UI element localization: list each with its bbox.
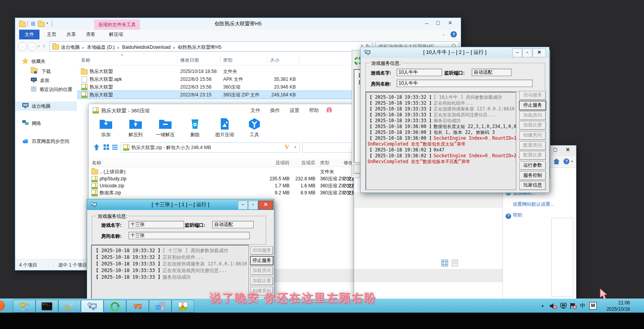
sidebar-item-favorites[interactable]: 收藏夹 [22, 57, 45, 66]
column-header-type[interactable]: 类型 [223, 55, 233, 65]
archive-search-box[interactable] [302, 142, 354, 153]
column-header-type[interactable]: 类型 [320, 159, 329, 167]
breadcrumb-item[interactable]: 创胜熟乐大联盟带H5 [178, 44, 221, 50]
load-match-button[interactable]: 加载比赛 [250, 277, 273, 285]
toolbar-dropdown-icon[interactable]: ▾ [571, 160, 573, 163]
menu-file[interactable]: 文件 [250, 107, 260, 114]
gift-icon[interactable] [326, 107, 332, 113]
tab-file[interactable]: 文件 [19, 30, 39, 39]
ime-mode-indicator[interactable]: M [589, 302, 597, 309]
tab-view[interactable]: 查看 [82, 30, 100, 39]
close-button[interactable]: ✕ [562, 147, 573, 153]
close-button[interactable]: ✕ [533, 48, 546, 57]
ribbon-collapse-icon[interactable]: ⌄ [442, 32, 445, 36]
player-info-button[interactable]: 玩家信息 [519, 181, 546, 190]
iis-link-site-defaults[interactable]: 设置网站默认设置... [506, 200, 554, 208]
service-control-button[interactable]: 服务控制 [519, 171, 546, 180]
sidebar-item-baidu-netdisk[interactable]: 百度网盘同步空间 [22, 137, 69, 146]
home-icon[interactable] [553, 158, 560, 164]
zip-row[interactable]: 数据库.zip 9.2 MB 8.9 MB 360压缩 ZIP 文件 2021-… [89, 189, 356, 196]
help-icon[interactable]: ? [451, 31, 457, 37]
stop-service-button[interactable]: 停止服务 [250, 256, 273, 265]
log-time: 【 2025-10-18 19:36:00 】 [368, 135, 433, 141]
history-dropdown-icon[interactable]: ▾ [38, 44, 39, 48]
menu-action[interactable]: 操作 [270, 107, 280, 114]
tab-home[interactable]: 主页 [43, 30, 61, 39]
toolbar-add-button[interactable]: 添加 [93, 117, 118, 138]
load-match-button[interactable]: 加载比赛 [519, 121, 546, 130]
close-button[interactable]: ✕ [258, 201, 273, 210]
toolbar-extract-to-button[interactable]: 解压到 [123, 117, 148, 138]
back-button[interactable]: ← [18, 42, 27, 51]
sidebar-item-recent[interactable]: 最近访问的位置 [31, 85, 72, 94]
breadcrumb-item[interactable]: BaiduNetdiskDownload [122, 44, 170, 50]
menu-settings[interactable]: 设置 [290, 107, 299, 114]
maximize-button[interactable]: ▫ [522, 48, 532, 57]
maximize-button[interactable]: ▢ [433, 20, 443, 25]
stop-service-button[interactable]: 停止服务 [519, 101, 546, 110]
sidebar-item-this-pc[interactable]: 这台电脑 [22, 102, 50, 110]
zip-row[interactable]: Unicode.zip 1.7 MB 1.6 MB 360压缩 ZIP 文件 2… [89, 182, 356, 189]
room-name-input[interactable] [129, 232, 250, 239]
create-room-button[interactable]: 创建房间 [519, 131, 546, 140]
file-row-selected[interactable]: 熟乐大联盟 2022/6/4 23:15 360压缩 ZIP 文件 249,16… [78, 91, 375, 99]
file-row[interactable]: 熟乐大联盟.apk 2022/6/3 15:56 APK 文件 35,381 K… [78, 75, 375, 83]
features-view-icon[interactable] [441, 260, 448, 267]
listen-port-input[interactable] [472, 69, 512, 76]
toolbar-image-compress-button[interactable]: 图片压缩 [212, 117, 237, 138]
column-header-before[interactable]: 压缩前 [261, 159, 290, 167]
game-name-input[interactable] [129, 221, 184, 228]
column-header-size[interactable]: 大小 [270, 55, 279, 65]
toolbar-delete-button[interactable]: 删除 [182, 117, 208, 138]
run-params-button[interactable]: 运行参数 [519, 161, 546, 170]
tab-share[interactable]: 共享 [62, 30, 80, 39]
iis-link-help[interactable]: ? 帮助 [506, 211, 554, 219]
breadcrumb-item[interactable]: 本地磁盘 (D:) [87, 44, 115, 50]
close-button[interactable]: ✕ [444, 20, 456, 26]
maximize-button[interactable]: ▢ [550, 147, 561, 152]
game2-log[interactable]: 【 2025-10-18 19:33:32 】[ 10人牛牛 ] 房间参数加载成… [365, 92, 516, 190]
listen-port-input[interactable] [212, 221, 254, 228]
up-level-icon[interactable] [93, 144, 100, 150]
clock[interactable]: 21:06 2025/10/18 [602, 300, 630, 314]
config-room-button[interactable]: 配置房间 [519, 141, 546, 150]
breadcrumb-item[interactable]: 这台电脑 [61, 44, 80, 50]
toolbar-tools-button[interactable]: 工具 [242, 117, 267, 138]
path-dropdown-icon[interactable]: ▾ [294, 145, 296, 149]
file-row[interactable]: 熟乐大联盟 2025/10/18 18:58 文件夹 [78, 68, 375, 75]
column-header-name[interactable]: 名称 [92, 159, 101, 167]
file-row[interactable]: 熟乐大联盟 2022/6/3 15:56 360压缩 20,946 KB [78, 83, 375, 91]
sidebar-item-downloads[interactable]: 下载 [31, 67, 51, 76]
view-list-icon[interactable] [112, 144, 118, 150]
archive-path-box[interactable]: 熟乐大联盟.zip - 解包大小为 246.4 MB V ▾ [121, 142, 300, 153]
column-header-date[interactable]: 修改日期 [180, 55, 199, 65]
zip-row[interactable]: phpStudy.zip 235.5 MB 232.8 MB 360压缩 ZIP… [89, 175, 356, 182]
menu-help[interactable]: 帮助 [309, 107, 319, 114]
column-header-name[interactable]: 名称 [81, 55, 90, 65]
open-folder-icon [158, 117, 172, 130]
breadcrumb[interactable]: 这台电脑▸本地磁盘 (D:)▸BaiduNetdiskDownload▸创胜熟乐… [50, 41, 372, 52]
toolbar-one-click-extract-button[interactable]: 一键解压 [153, 117, 178, 138]
zip-row[interactable]: .. (上级目录) 文件夹 [89, 168, 356, 175]
minimize-button[interactable]: – [238, 201, 248, 210]
view-grid-icon[interactable] [104, 144, 109, 150]
sidebar-item-desktop[interactable]: 桌面 [31, 76, 49, 85]
tab-extract[interactable]: 解压缩 [104, 30, 129, 39]
minimize-button[interactable]: – [512, 48, 522, 57]
content-view-icon[interactable] [452, 260, 458, 267]
maximize-button[interactable]: ▫ [248, 201, 258, 210]
start-service-button[interactable]: 启动服务 [519, 91, 546, 100]
sidebar-item-network[interactable]: 网络 [22, 119, 41, 128]
help-icon[interactable]: ? [564, 158, 569, 164]
game-name-input[interactable] [397, 69, 442, 76]
column-header-after[interactable]: 压缩后 [292, 159, 315, 167]
room-name-input[interactable] [397, 80, 533, 87]
load-room-button[interactable]: 加载房间 [250, 267, 273, 275]
size-before: 9.2 MB [261, 189, 290, 196]
start-service-button[interactable]: 启动服务 [250, 246, 273, 255]
load-room-button[interactable]: 加载房间 [519, 111, 546, 120]
minimize-button[interactable]: – [422, 20, 432, 26]
config-match-button[interactable]: 配置比赛 [519, 151, 546, 160]
up-button[interactable]: ↑ [43, 43, 45, 49]
forward-button[interactable]: → [28, 42, 36, 51]
